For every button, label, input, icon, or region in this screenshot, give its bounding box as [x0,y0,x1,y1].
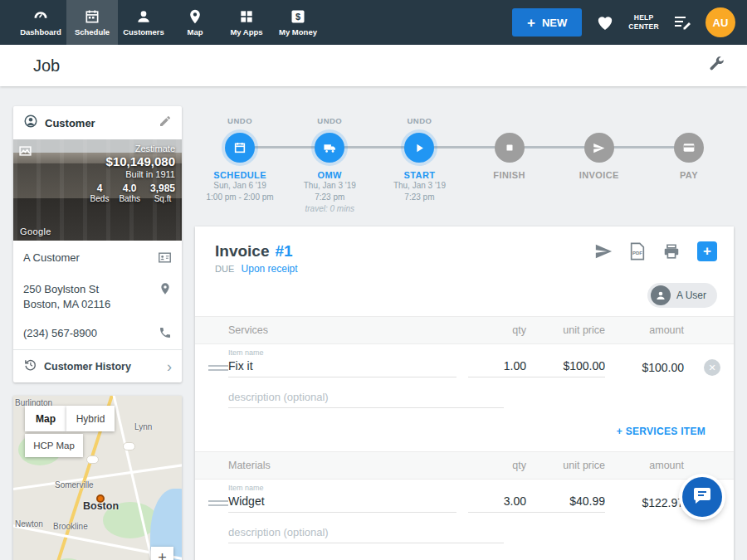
top-nav: Dashboard Schedule Customers Map My Apps [0,0,747,45]
chevron-right-icon: › [167,359,172,374]
address-line2: Boston, MA 02116 [23,297,152,312]
beds-stat: 4 Beds [90,183,110,203]
map-type-hybrid-button[interactable]: Hybrid [66,406,115,431]
location-pin-icon[interactable] [159,282,172,298]
material-description-row [195,513,734,557]
road-shield-icon [123,442,135,450]
customer-name-row: A Customer [13,241,182,275]
service-description-row [195,377,734,421]
customer-card: Customer Zestimate $10,149,080 Built in … [13,106,182,382]
app-root: Dashboard Schedule Customers Map My Apps [0,0,747,560]
map-label-boston: Boston [83,500,119,512]
material-unit-price-input[interactable] [526,493,605,513]
map-label-somerville: Somerville [55,480,94,489]
service-description-input[interactable] [228,389,504,408]
activity-notes-icon[interactable] [672,12,692,32]
phone-icon[interactable] [159,326,172,342]
pdf-icon[interactable]: PDF [629,242,646,261]
add-services-row: + SERVICES ITEM [195,421,734,451]
invoice-number[interactable]: #1 [275,242,292,261]
help-center-link[interactable]: HELP CENTER [628,13,659,32]
photo-image-icon [19,144,32,159]
service-item-row: Item name $100.00 ✕ [195,344,734,377]
nav-map-label: Map [188,27,203,37]
pay-step-card-icon[interactable] [674,133,704,163]
timeline-step-pay: PAY [644,116,734,215]
amount-column-header: amount [605,460,684,471]
sqft-label: Sq.ft [150,194,175,203]
zestimate-label: Zestimate [90,144,175,153]
drag-handle-icon[interactable] [208,500,228,506]
start-date-line2: 7:23 pm [404,192,434,203]
step-label-invoice: INVOICE [579,170,619,180]
chat-bubble-button[interactable] [682,477,722,517]
baths-stat: 4.0 Baths [119,183,140,203]
nav-customers-label: Customers [123,27,164,37]
timeline-step-finish: FINISH [465,116,554,215]
google-watermark: Google [20,226,51,236]
invoice-step-send-icon[interactable] [584,133,614,163]
edit-pencil-icon[interactable] [159,114,172,131]
services-section-header: Services qty unit price amount [195,316,734,344]
user-avatar[interactable]: AU [706,7,735,37]
material-item-name-input[interactable] [228,493,456,513]
zoom-in-button[interactable]: + [151,547,173,560]
material-amount: $122.97 [605,496,684,509]
invoice-card: Invoice #1 PDF + [195,226,734,560]
service-unit-price-input[interactable] [526,358,605,377]
material-description-input[interactable] [228,524,504,543]
nav-customers[interactable]: Customers [118,0,169,45]
dashboard-gauge-icon [32,8,49,25]
finish-step-stop-icon[interactable] [495,133,525,163]
schedule-date-line2: 1:00 pm - 2:00 pm [207,192,274,203]
beds-label: Beds [90,194,110,203]
job-tools-wrench-icon[interactable] [707,55,725,76]
map-pin-icon [187,8,203,25]
nav-my-apps[interactable]: My Apps [221,0,272,45]
remove-item-icon[interactable]: ✕ [704,359,720,376]
customer-address-row: 250 Boylston St Boston, MA 02116 [13,275,182,319]
svg-text:PDF: PDF [632,251,642,256]
drag-handle-icon[interactable] [208,365,228,371]
zestimate-overlay: Zestimate $10,149,080 Built in 1911 4 Be… [90,144,175,203]
assigned-user-row: A User [195,283,734,316]
person-icon [135,8,152,25]
map-type-map-button[interactable]: Map [25,406,66,431]
service-item-name-input[interactable] [228,358,456,377]
mini-map[interactable]: Burlington Lynn Somerville Boston Brookl… [13,396,182,560]
hcp-map-button[interactable]: HCP Map [25,434,83,457]
new-button-label: NEW [542,17,567,29]
add-invoice-button[interactable]: + [697,241,717,261]
schedule-step-calendar-icon[interactable] [225,133,255,163]
add-services-item-link[interactable]: + SERVICES ITEM [617,426,706,437]
customer-history-row[interactable]: Customer History › [13,349,182,382]
services-section-label: Services [228,324,468,336]
assigned-user-chip[interactable]: A User [647,283,717,308]
nav-schedule[interactable]: Schedule [66,0,118,45]
service-qty-input[interactable] [468,358,526,377]
nav-dashboard-label: Dashboard [20,27,61,37]
due-terms-link[interactable]: Upon receipt [242,263,298,275]
due-label: DUE [215,264,234,274]
omw-undo-button[interactable]: UNDO [317,116,342,133]
nav-dashboard[interactable]: Dashboard [15,0,66,45]
nav-map[interactable]: Map [169,0,221,45]
omw-step-truck-icon[interactable] [315,133,344,163]
property-photo[interactable]: Zestimate $10,149,080 Built in 1911 4 Be… [13,139,182,241]
unit-price-column-header: unit price [526,460,605,471]
materials-section-label: Materials [228,460,468,471]
material-qty-input[interactable] [468,493,526,513]
contact-card-icon[interactable] [158,251,172,267]
nav-my-money[interactable]: $ My Money [272,0,324,45]
new-button[interactable]: + NEW [512,8,582,37]
start-step-play-icon[interactable] [404,133,434,163]
customer-phone-row: (234) 567-8900 [13,319,182,349]
job-header-bar: Job [0,45,747,86]
print-icon[interactable] [662,242,681,261]
send-invoice-icon[interactable] [594,242,613,261]
start-undo-button[interactable]: UNDO [407,116,432,133]
qty-column-header: qty [468,324,526,336]
schedule-undo-button[interactable]: UNDO [227,116,252,133]
heart-icon[interactable] [595,12,615,32]
step-label-omw: OMW [318,170,342,180]
